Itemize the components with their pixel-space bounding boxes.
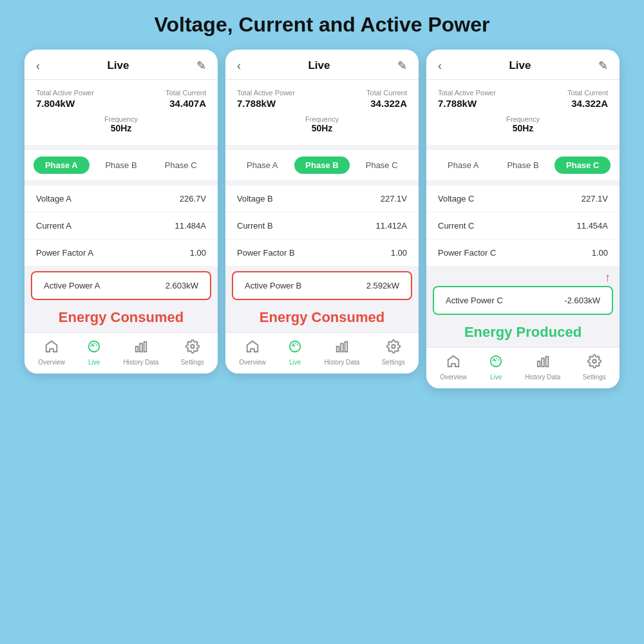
active-power-row: Active Power C -2.603kW xyxy=(433,286,613,315)
nav-item-settings[interactable]: Settings xyxy=(583,354,606,381)
data-row-label: Voltage B xyxy=(237,194,273,204)
nav-label: Settings xyxy=(382,359,405,366)
data-row-value: 11.412A xyxy=(376,221,407,231)
frequency-label: Frequency xyxy=(36,115,206,123)
back-button[interactable]: ‹ xyxy=(36,59,40,73)
total-active-power: Total Active Power 7.788kW xyxy=(438,89,496,109)
gauge-icon xyxy=(288,339,302,357)
total-active-power-label: Total Active Power xyxy=(36,89,94,97)
phase-tabs: Phase APhase BPhase C xyxy=(24,150,218,180)
phase-tab-phaseb[interactable]: Phase B xyxy=(495,156,551,174)
active-power-row: Active Power B 2.592kW xyxy=(232,271,412,300)
phase-tab-phasea[interactable]: Phase A xyxy=(33,156,90,174)
svg-point-4 xyxy=(191,345,194,348)
active-power-label: Active Power A xyxy=(44,281,100,290)
data-row-label: Current C xyxy=(438,221,474,231)
home-icon xyxy=(245,339,260,357)
energy-label: Energy Consumed xyxy=(225,305,419,332)
svg-rect-7 xyxy=(341,343,343,352)
edit-button[interactable]: ✎ xyxy=(397,59,407,73)
data-row-label: Power Factor A xyxy=(36,248,93,258)
chart-icon xyxy=(134,339,148,357)
data-row-label: Voltage A xyxy=(36,194,71,204)
nav-label: Overview xyxy=(239,359,266,366)
data-row: Current A 11.484A xyxy=(24,213,218,240)
data-row-label: Voltage C xyxy=(438,194,474,204)
nav-label: Settings xyxy=(583,374,606,381)
nav-item-settings[interactable]: Settings xyxy=(382,339,405,366)
stats-row: Total Active Power 7.804kW Total Current… xyxy=(36,89,206,109)
stats-section: Total Active Power 7.788kW Total Current… xyxy=(426,80,620,145)
nav-item-overview[interactable]: Overview xyxy=(440,354,467,381)
phase-tab-phaseb[interactable]: Phase B xyxy=(294,156,350,174)
data-row-value: 1.00 xyxy=(592,248,608,258)
total-current-value: 34.407A xyxy=(166,98,206,109)
data-row: Voltage A 226.7V xyxy=(24,185,218,213)
total-current-label: Total Current xyxy=(366,89,407,97)
energy-label: Energy Consumed xyxy=(24,305,218,332)
data-rows: Voltage B 227.1V Current B 11.412A Power… xyxy=(225,185,419,266)
data-row-value: 11.484A xyxy=(175,221,206,231)
data-row: Power Factor C 1.00 xyxy=(426,240,620,266)
nav-item-history-data[interactable]: History Data xyxy=(123,339,158,366)
data-row-value: 227.1V xyxy=(582,194,608,204)
phase-tabs: Phase APhase BPhase C xyxy=(225,150,419,180)
nav-label: Live xyxy=(289,359,301,366)
total-active-power-label: Total Active Power xyxy=(237,89,295,97)
total-active-power-label: Total Active Power xyxy=(438,89,496,97)
nav-item-history-data[interactable]: History Data xyxy=(324,339,359,366)
frequency-value: 50Hz xyxy=(237,123,407,133)
stats-row: Total Active Power 7.788kW Total Current… xyxy=(438,89,608,109)
nav-item-live[interactable]: Live xyxy=(288,339,302,366)
nav-item-overview[interactable]: Overview xyxy=(38,339,65,366)
stats-row: Total Active Power 7.788kW Total Current… xyxy=(237,89,407,109)
nav-item-overview[interactable]: Overview xyxy=(239,339,266,366)
total-current-value: 34.322A xyxy=(366,98,407,109)
page-title: Voltage, Current and Active Power xyxy=(155,13,490,37)
phone-header: ‹ Live ✎ xyxy=(426,50,620,80)
energy-label: Energy Produced xyxy=(426,320,620,347)
total-active-power-value: 7.788kW xyxy=(237,98,295,109)
nav-item-history-data[interactable]: History Data xyxy=(525,354,560,381)
phase-tab-phasec[interactable]: Phase C xyxy=(554,156,611,174)
data-rows: Voltage C 227.1V Current C 11.454A Power… xyxy=(426,185,620,266)
svg-point-9 xyxy=(392,345,395,348)
svg-rect-13 xyxy=(545,357,548,367)
arrow-up: ↑ xyxy=(426,271,620,285)
data-row-label: Power Factor B xyxy=(237,248,295,258)
total-current: Total Current 34.322A xyxy=(567,89,608,109)
nav-item-live[interactable]: Live xyxy=(87,339,101,366)
frequency-label: Frequency xyxy=(438,115,608,123)
phone-1: ‹ Live ✎ Total Active Power 7.804kW Tota… xyxy=(24,50,218,374)
svg-rect-6 xyxy=(337,346,339,352)
phone-2: ‹ Live ✎ Total Active Power 7.788kW Tota… xyxy=(225,50,419,374)
stats-section: Total Active Power 7.804kW Total Current… xyxy=(24,80,218,145)
frequency-row: Frequency 50Hz xyxy=(438,115,608,133)
edit-button[interactable]: ✎ xyxy=(196,59,206,73)
svg-rect-2 xyxy=(140,343,142,352)
nav-item-live[interactable]: Live xyxy=(489,354,503,381)
phase-tab-phaseb[interactable]: Phase B xyxy=(93,156,149,174)
phase-tab-phasec[interactable]: Phase C xyxy=(354,156,410,174)
back-button[interactable]: ‹ xyxy=(237,59,241,73)
phase-tab-phasea[interactable]: Phase A xyxy=(435,156,491,174)
data-rows: Voltage A 226.7V Current A 11.484A Power… xyxy=(24,185,218,266)
total-active-power: Total Active Power 7.788kW xyxy=(237,89,295,109)
back-button[interactable]: ‹ xyxy=(438,59,442,73)
bottom-nav: Overview Live History Data Settings xyxy=(426,347,620,388)
svg-rect-8 xyxy=(345,342,347,352)
chart-icon xyxy=(335,339,349,357)
data-row: Current C 11.454A xyxy=(426,213,620,240)
data-row-label: Power Factor C xyxy=(438,248,496,258)
nav-item-settings[interactable]: Settings xyxy=(181,339,204,366)
nav-label: History Data xyxy=(123,359,158,366)
total-active-power-value: 7.788kW xyxy=(438,98,496,109)
phase-tab-phasea[interactable]: Phase A xyxy=(234,156,290,174)
edit-button[interactable]: ✎ xyxy=(598,59,608,73)
phase-tab-phasec[interactable]: Phase C xyxy=(153,156,209,174)
total-current-value: 34.322A xyxy=(567,98,608,109)
live-title: Live xyxy=(107,59,129,72)
gauge-icon xyxy=(489,354,503,372)
active-power-value: 2.592kW xyxy=(366,281,399,290)
svg-point-14 xyxy=(592,359,596,363)
